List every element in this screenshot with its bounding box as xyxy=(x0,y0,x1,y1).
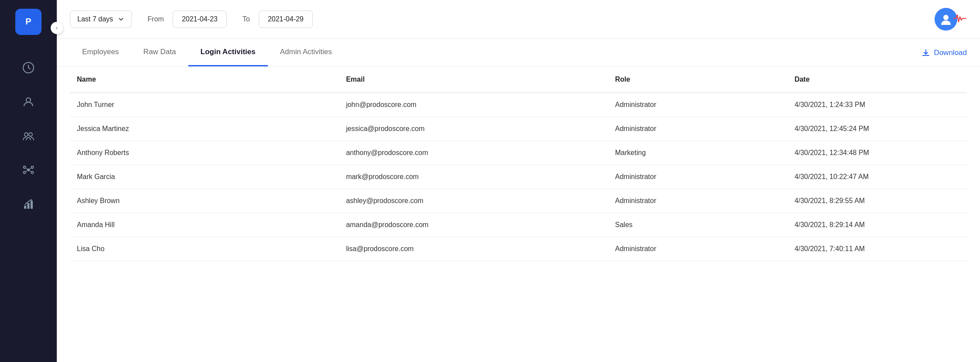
cell-date: 4/30/2021, 7:40:11 AM xyxy=(787,237,967,261)
cell-email: anthony@prodoscore.com xyxy=(339,141,608,165)
cell-name: Ashley Brown xyxy=(70,189,339,213)
sidebar: P › xyxy=(0,0,57,362)
tab-admin-activities[interactable]: Admin Activities xyxy=(268,39,344,66)
user-avatar-area[interactable] xyxy=(935,8,967,31)
cell-role: Marketing xyxy=(608,141,788,165)
cell-role: Administrator xyxy=(608,165,788,189)
svg-rect-15 xyxy=(24,206,26,209)
cell-name: Anthony Roberts xyxy=(70,141,339,165)
svg-text:P: P xyxy=(25,17,31,26)
cell-name: John Turner xyxy=(70,93,339,117)
sidebar-item-dashboard[interactable] xyxy=(17,57,39,79)
from-date-input[interactable]: 2021-04-23 xyxy=(173,10,227,28)
cell-role: Administrator xyxy=(608,237,788,261)
table-row: Anthony Roberts anthony@prodoscore.com M… xyxy=(70,141,967,165)
cell-date: 4/30/2021, 12:34:48 PM xyxy=(787,141,967,165)
svg-rect-17 xyxy=(31,201,33,209)
tabs-row: Employees Raw Data Login Activities Admi… xyxy=(57,39,980,67)
table-row: Ashley Brown ashley@prodoscore.com Admin… xyxy=(70,189,967,213)
table-row: Mark Garcia mark@prodoscore.com Administ… xyxy=(70,165,967,189)
sidebar-item-employees[interactable] xyxy=(17,91,39,113)
from-label: From xyxy=(148,15,164,23)
cell-date: 4/30/2021, 8:29:55 AM xyxy=(787,189,967,213)
svg-point-4 xyxy=(24,133,28,136)
main-content: Last 7 days From 2021-04-23 To 2021-04-2… xyxy=(57,0,980,362)
to-date-value: 2021-04-29 xyxy=(268,15,304,23)
cell-email: ashley@prodoscore.com xyxy=(339,189,608,213)
svg-point-18 xyxy=(943,15,949,20)
cell-role: Administrator xyxy=(608,93,788,117)
col-header-role: Role xyxy=(608,67,788,93)
cell-email: jessica@prodoscore.com xyxy=(339,117,608,141)
cell-date: 4/30/2021, 1:24:33 PM xyxy=(787,93,967,117)
cell-email: mark@prodoscore.com xyxy=(339,165,608,189)
table-row: Lisa Cho lisa@prodoscore.com Administrat… xyxy=(70,237,967,261)
svg-rect-16 xyxy=(28,203,30,209)
tab-employees[interactable]: Employees xyxy=(70,39,131,66)
cell-role: Administrator xyxy=(608,189,788,213)
cell-email: lisa@prodoscore.com xyxy=(339,237,608,261)
col-header-date: Date xyxy=(787,67,967,93)
date-range-label: Last 7 days xyxy=(77,15,113,23)
col-header-email: Email xyxy=(339,67,608,93)
cell-name: Jessica Martinez xyxy=(70,117,339,141)
sidebar-item-teams[interactable] xyxy=(17,125,39,147)
svg-point-6 xyxy=(27,169,30,171)
sidebar-toggle[interactable]: › xyxy=(51,22,63,34)
tabs: Employees Raw Data Login Activities Admi… xyxy=(70,39,921,66)
svg-point-3 xyxy=(26,98,31,102)
activity-icon xyxy=(953,13,967,26)
top-bar: Last 7 days From 2021-04-23 To 2021-04-2… xyxy=(57,0,980,39)
cell-name: Mark Garcia xyxy=(70,165,339,189)
download-button[interactable]: Download xyxy=(921,44,967,62)
sidebar-nav xyxy=(17,57,39,215)
svg-line-14 xyxy=(29,170,31,172)
svg-line-13 xyxy=(25,170,28,172)
cell-email: amanda@prodoscore.com xyxy=(339,213,608,237)
cell-role: Administrator xyxy=(608,117,788,141)
table-row: John Turner john@prodoscore.com Administ… xyxy=(70,93,967,117)
cell-name: Lisa Cho xyxy=(70,237,339,261)
to-label: To xyxy=(242,15,250,23)
tab-login-activities[interactable]: Login Activities xyxy=(188,39,268,66)
svg-line-12 xyxy=(29,168,31,169)
table-row: Jessica Martinez jessica@prodoscore.com … xyxy=(70,117,967,141)
cell-email: john@prodoscore.com xyxy=(339,93,608,117)
cell-date: 4/30/2021, 8:29:14 AM xyxy=(787,213,967,237)
sidebar-item-integrations[interactable] xyxy=(17,159,39,181)
cell-role: Sales xyxy=(608,213,788,237)
chevron-down-icon xyxy=(118,16,125,23)
cell-date: 4/30/2021, 10:22:47 AM xyxy=(787,165,967,189)
svg-line-11 xyxy=(25,168,28,169)
tab-raw-data[interactable]: Raw Data xyxy=(131,39,188,66)
download-icon xyxy=(921,48,930,57)
cell-date: 4/30/2021, 12:45:24 PM xyxy=(787,117,967,141)
table-container: Name Email Role Date John Turner john@pr… xyxy=(57,67,980,362)
from-date-value: 2021-04-23 xyxy=(182,15,218,23)
col-header-name: Name xyxy=(70,67,339,93)
cell-name: Amanda Hill xyxy=(70,213,339,237)
sidebar-item-analytics[interactable] xyxy=(17,193,39,215)
table-header-row: Name Email Role Date xyxy=(70,67,967,93)
app-logo: P xyxy=(15,9,42,35)
download-label: Download xyxy=(934,48,967,57)
date-range-select[interactable]: Last 7 days xyxy=(70,10,132,28)
to-date-input[interactable]: 2021-04-29 xyxy=(259,10,313,28)
svg-point-5 xyxy=(29,133,32,136)
login-activities-table: Name Email Role Date John Turner john@pr… xyxy=(70,67,967,261)
table-row: Amanda Hill amanda@prodoscore.com Sales … xyxy=(70,213,967,237)
